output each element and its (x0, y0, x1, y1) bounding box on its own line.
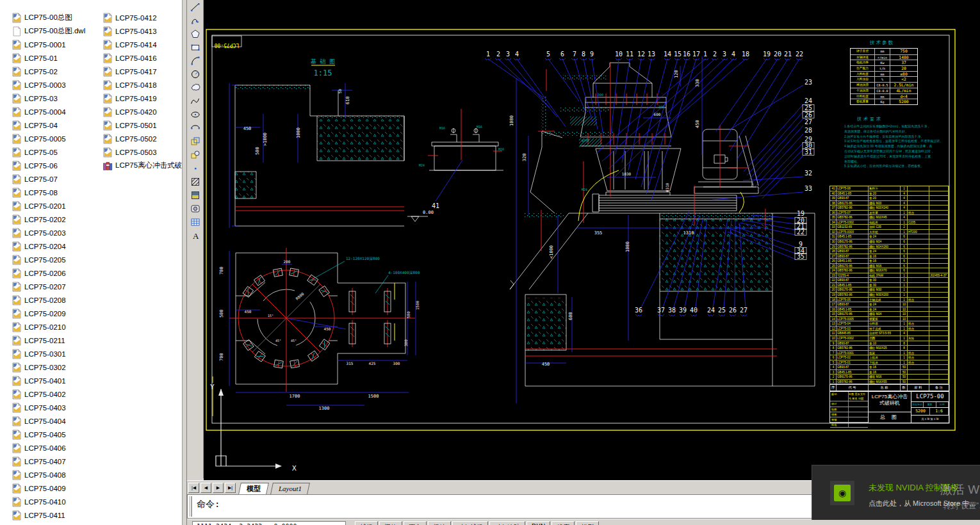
file-item[interactable]: LCP75-0405 (12, 428, 101, 441)
file-item[interactable]: LCP75-0412 (102, 11, 182, 24)
file-item[interactable]: LCP75-0409 (12, 481, 101, 495)
point-tool-button[interactable] (188, 161, 203, 175)
file-item[interactable]: LCP75-0001 (12, 38, 101, 51)
file-name: LCP75-0404 (24, 417, 66, 425)
insert-block-tool-button[interactable] (188, 134, 203, 148)
file-item[interactable]: LCP75-0207 (12, 280, 101, 293)
file-item[interactable]: LCP75-01 (12, 51, 101, 65)
status-toggle-捕捉[interactable]: 捕捉 (355, 521, 378, 525)
svg-text:2: 2 (496, 51, 500, 58)
gradient-tool-button[interactable] (188, 188, 203, 202)
bom-row: 18LCP75-05主轴总成1组合 (830, 298, 949, 303)
file-item[interactable]: LCP75-0417 (102, 65, 182, 78)
file-name: LCP75-0201 (24, 202, 66, 210)
file-item[interactable]: LCP75-06 (12, 159, 101, 172)
file-item[interactable]: LCP75-0410 (12, 495, 101, 508)
file-item[interactable]: LCP75-0406 (12, 441, 101, 455)
file-item[interactable]: LCP75-00总图.dwl (12, 24, 101, 38)
file-item[interactable]: LCP75-0208 (12, 293, 101, 307)
file-item[interactable]: LCP75-0203 (12, 226, 101, 239)
status-toggle-极轴[interactable]: 极轴 (428, 521, 451, 525)
bom-row: 37GB5782-86螺栓 M20X2404 (830, 206, 949, 211)
file-item[interactable]: LCP75-02 (12, 65, 101, 78)
rectangle-tool-button[interactable] (188, 40, 203, 54)
bom-row: 41LCP75-08集料斗1 (830, 186, 949, 191)
file-item[interactable]: LCP75-0416 (102, 51, 182, 65)
file-item[interactable]: LCP75-0302 (12, 360, 101, 374)
hatch-tool-button[interactable] (188, 175, 203, 188)
status-toggle-对象捕捉[interactable]: 对象捕捉 (452, 521, 488, 525)
ellipse-tool-button[interactable] (188, 108, 203, 121)
tab-nav-button[interactable]: |◀ (188, 483, 199, 493)
file-item[interactable]: LCP75离心冲击式破碎机 (102, 159, 182, 172)
file-item[interactable]: LCP75-08 (12, 186, 101, 199)
file-item[interactable]: LCP75-04 (12, 118, 101, 132)
file-item[interactable]: LCP75-0401 (12, 374, 101, 387)
file-item[interactable]: LCP75-0202 (12, 213, 101, 226)
file-item[interactable]: LCP75-0301 (12, 347, 101, 360)
polyline-tool-button[interactable] (188, 13, 203, 27)
file-item[interactable]: LCP75-07 (12, 172, 101, 186)
file-item[interactable]: LCP75-0204 (12, 239, 101, 253)
file-item[interactable]: LCP75-0413 (102, 24, 182, 38)
file-item[interactable]: LCP75-05 (12, 145, 101, 159)
table-tool-button[interactable] (188, 215, 203, 229)
file-item[interactable]: LCP75-0503 (102, 145, 182, 159)
file-item[interactable]: LCP75-0211 (12, 334, 101, 347)
svg-text:8: 8 (582, 51, 585, 58)
file-item[interactable]: LCP75-0205 (12, 253, 101, 266)
multiline-text-tool-button[interactable]: A (188, 229, 203, 242)
file-item[interactable]: LCP75-0201 (12, 199, 101, 213)
status-toggle-栅格[interactable]: 栅格 (379, 521, 402, 525)
file-item[interactable]: LCP75-0407 (12, 455, 101, 468)
svg-text:315: 315 (347, 361, 354, 366)
file-item[interactable]: LCP75-0501 (102, 118, 182, 132)
tab-model[interactable]: 模型 (238, 483, 269, 494)
file-item[interactable]: LCP75-0206 (12, 266, 101, 280)
status-toggle-模型[interactable]: 模型 (576, 521, 599, 525)
file-item[interactable]: LCP75-0403 (12, 401, 101, 414)
file-item[interactable]: LCP75-03 (12, 92, 101, 105)
file-item[interactable]: LCP75-0420 (102, 105, 182, 118)
file-item[interactable]: LCP75-0209 (12, 307, 101, 320)
file-name: LCP75-0209 (24, 310, 66, 318)
file-item[interactable]: LCP75-0005 (12, 132, 101, 145)
spline-tool-button[interactable] (188, 94, 203, 108)
spline-icon (190, 96, 200, 106)
file-item[interactable]: LCP75-0402 (12, 387, 101, 401)
svg-text:26: 26 (729, 307, 737, 314)
circle-tool-button[interactable] (188, 67, 203, 81)
file-item[interactable]: LCP75-0419 (102, 92, 182, 105)
make-block-tool-button[interactable] (188, 148, 203, 161)
revision-cloud-tool-button[interactable] (188, 81, 203, 94)
drawing-canvas[interactable]: LCP75-00基 础 图1:15450500>10001000506100.0… (204, 0, 980, 480)
status-toggle-对象追踪[interactable]: 对象追踪 (489, 521, 525, 525)
file-item[interactable]: LCP75-0210 (12, 320, 101, 334)
file-item[interactable]: LCP75-0418 (102, 78, 182, 92)
line-tool-button[interactable] (188, 0, 203, 13)
file-item[interactable]: LCP75-0004 (12, 105, 101, 118)
polygon-tool-button[interactable] (188, 27, 203, 40)
tab-nav-button[interactable]: ◀ (200, 483, 211, 493)
file-item[interactable]: LCP75-0408 (12, 468, 101, 481)
drawing-number: LCP75-00 (911, 392, 949, 401)
command-window-grip[interactable] (189, 496, 192, 517)
status-toggle-线宽[interactable]: 线宽 (551, 521, 575, 525)
file-item[interactable]: LCP75-0502 (102, 132, 182, 145)
file-item[interactable]: LCP75-0003 (12, 78, 101, 92)
svg-text:13: 13 (648, 51, 655, 58)
status-toggle-正交[interactable]: 正交 (404, 521, 427, 525)
file-item[interactable]: LCP75-0404 (12, 414, 101, 428)
file-item[interactable]: LCP75-0411 (12, 508, 101, 522)
tab-layout1[interactable]: Layout1 (270, 483, 310, 494)
nvidia-notification[interactable]: ◉ 未发现 NVIDIA 控制面板 点击此处，从 Microsoft Store… (812, 465, 980, 520)
insert-block-icon (190, 136, 200, 147)
file-item[interactable]: LCP75-0414 (102, 38, 182, 51)
status-toggle-DYN[interactable]: DYN (527, 521, 550, 525)
tab-nav-button[interactable]: ▶ (213, 483, 224, 493)
ellipse-arc-tool-button[interactable] (188, 121, 203, 134)
file-item[interactable]: LCP75-00总图 (12, 11, 101, 24)
arc-tool-button[interactable] (188, 54, 203, 67)
region-tool-button[interactable] (188, 202, 203, 215)
tab-nav-button[interactable]: ▶| (225, 483, 236, 493)
